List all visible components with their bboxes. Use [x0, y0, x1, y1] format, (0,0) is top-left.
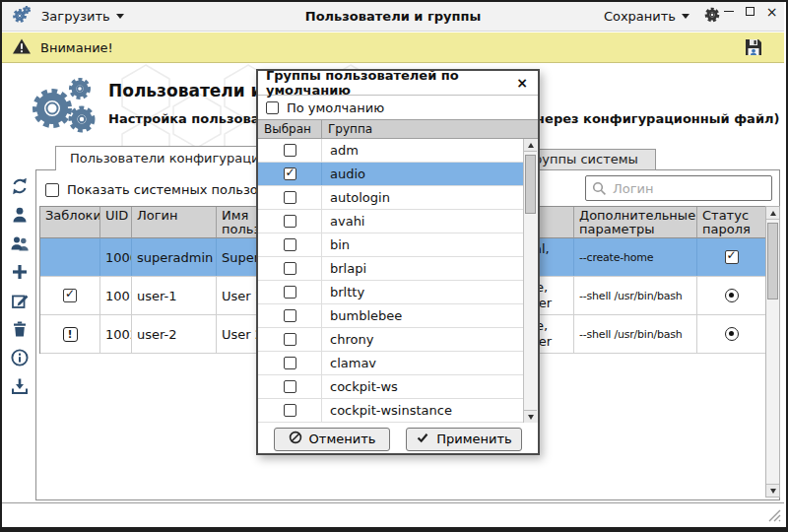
group-checkbox[interactable] — [284, 144, 296, 157]
settings-gear-icon[interactable] — [703, 6, 721, 28]
minimize-icon — [724, 11, 734, 12]
password-status-radio[interactable] — [725, 327, 739, 341]
cell-password-status — [697, 315, 766, 353]
group-row[interactable]: bin — [258, 233, 538, 257]
scroll-up-button[interactable] — [766, 207, 779, 220]
cell-params: --shell /usr/bin/bash — [574, 315, 697, 353]
triangle-up-icon — [770, 211, 776, 216]
delete-button[interactable] — [7, 318, 33, 343]
save-file-icon[interactable] — [743, 36, 764, 58]
dialog-titlebar[interactable]: Группы пользователей по умолчанию × — [258, 71, 538, 96]
group-checkbox[interactable] — [284, 309, 296, 322]
refresh-icon — [10, 176, 30, 199]
save-menu-button[interactable]: Сохранить — [604, 9, 690, 24]
chevron-down-icon — [116, 14, 124, 19]
dialog-buttons: Отменить Применить — [258, 423, 538, 455]
search-input[interactable] — [585, 175, 772, 201]
scrollbar-thumb[interactable] — [767, 223, 778, 299]
side-toolbar — [7, 175, 34, 400]
add-user-button[interactable] — [7, 204, 33, 229]
add-button[interactable] — [7, 261, 33, 286]
group-checkbox[interactable] — [284, 404, 296, 417]
group-row[interactable]: avahi — [258, 210, 538, 233]
chevron-down-icon — [682, 14, 690, 19]
dialog-list-header: Выбран Группа — [258, 119, 538, 139]
column-header-uid[interactable]: UID — [100, 207, 132, 238]
close-button[interactable]: × — [765, 5, 778, 18]
group-row[interactable]: cockpit-wsinstance — [258, 399, 538, 423]
info-button[interactable] — [7, 347, 33, 371]
group-row[interactable]: adm — [258, 139, 538, 163]
cell-login: user-2 — [132, 315, 217, 353]
group-row[interactable]: brlapi — [258, 257, 538, 281]
download-icon — [10, 376, 30, 399]
group-row[interactable]: audio — [258, 163, 538, 186]
column-header-login[interactable]: Логин — [132, 207, 217, 238]
dialog-close-button[interactable]: × — [514, 74, 530, 92]
checkbox-icon[interactable] — [266, 101, 279, 114]
minimize-button[interactable] — [722, 5, 735, 18]
group-row[interactable]: brltty — [258, 281, 538, 304]
edit-button[interactable] — [7, 290, 33, 314]
window-controls: × — [722, 5, 778, 18]
apply-button[interactable]: Применить — [406, 428, 522, 451]
table-scrollbar[interactable] — [765, 206, 780, 498]
close-icon: × — [766, 7, 778, 17]
plus-icon — [10, 262, 30, 285]
group-checkbox[interactable] — [284, 333, 296, 346]
password-status-radio[interactable] — [725, 289, 739, 302]
scroll-down-button[interactable] — [766, 484, 779, 497]
cell-locked — [40, 315, 100, 353]
statusbar — [2, 502, 784, 528]
edit-pencil-icon — [10, 291, 30, 313]
user-groups-button[interactable] — [7, 233, 33, 257]
column-header-selected: Выбран — [258, 120, 322, 138]
triangle-up-icon — [528, 143, 534, 148]
scroll-up-button[interactable] — [524, 139, 537, 152]
group-row[interactable]: autologin — [258, 186, 538, 210]
dialog-title: Группы пользователей по умолчанию — [266, 68, 514, 98]
cell-params: --shell /usr/bin/bash — [574, 277, 697, 314]
group-checkbox[interactable] — [284, 167, 296, 180]
scrollbar-thumb[interactable] — [525, 155, 536, 214]
cell-login: user-1 — [132, 277, 217, 314]
group-name: cockpit-ws — [322, 379, 538, 394]
cell-locked — [40, 277, 100, 314]
group-row[interactable]: chrony — [258, 328, 538, 352]
group-name: brltty — [322, 285, 538, 299]
column-header-params[interactable]: Дополнительные параметры — [574, 207, 697, 238]
maximize-button[interactable] — [744, 5, 756, 18]
uid-label: UID — [105, 209, 128, 223]
group-checkbox[interactable] — [284, 215, 296, 228]
group-checkbox[interactable] — [284, 262, 296, 275]
group-checkbox[interactable] — [284, 191, 296, 204]
locked-checkbox[interactable] — [63, 289, 77, 302]
group-row[interactable]: bumblebee — [258, 304, 538, 328]
refresh-button[interactable] — [7, 175, 33, 200]
group-row[interactable]: clamav — [258, 352, 538, 375]
default-groups-dialog: Группы пользователей по умолчанию × По у… — [256, 69, 540, 455]
group-row[interactable]: cockpit-ws — [258, 375, 538, 399]
load-menu-button[interactable]: Загрузить — [41, 9, 124, 24]
resize-grip[interactable] — [767, 507, 781, 526]
group-checkbox[interactable] — [284, 380, 296, 393]
locked-warning-icon — [63, 327, 78, 342]
scroll-down-button[interactable] — [524, 410, 537, 423]
password-status-checkbox[interactable] — [725, 250, 739, 264]
column-header-status[interactable]: Статус пароля — [697, 207, 766, 238]
group-checkbox[interactable] — [284, 238, 296, 251]
tab-users-config[interactable]: Пользователи конфигурации — [55, 146, 283, 170]
titlebar: Загрузить Пользователи и группы Сохранит… — [2, 2, 784, 32]
cancel-icon — [289, 431, 302, 447]
export-button[interactable] — [7, 375, 33, 400]
default-checkbox[interactable]: По умолчанию — [258, 96, 538, 119]
group-list-scrollbar[interactable] — [523, 139, 538, 423]
cancel-button[interactable]: Отменить — [274, 428, 390, 451]
checkbox-icon[interactable] — [45, 183, 59, 197]
group-name: bumblebee — [322, 308, 538, 323]
column-header-locked[interactable]: Заблокирован — [40, 207, 100, 238]
group-checkbox[interactable] — [284, 286, 296, 299]
maximize-icon — [746, 7, 755, 16]
group-checkbox[interactable] — [284, 357, 296, 369]
group-name: avahi — [322, 214, 538, 229]
